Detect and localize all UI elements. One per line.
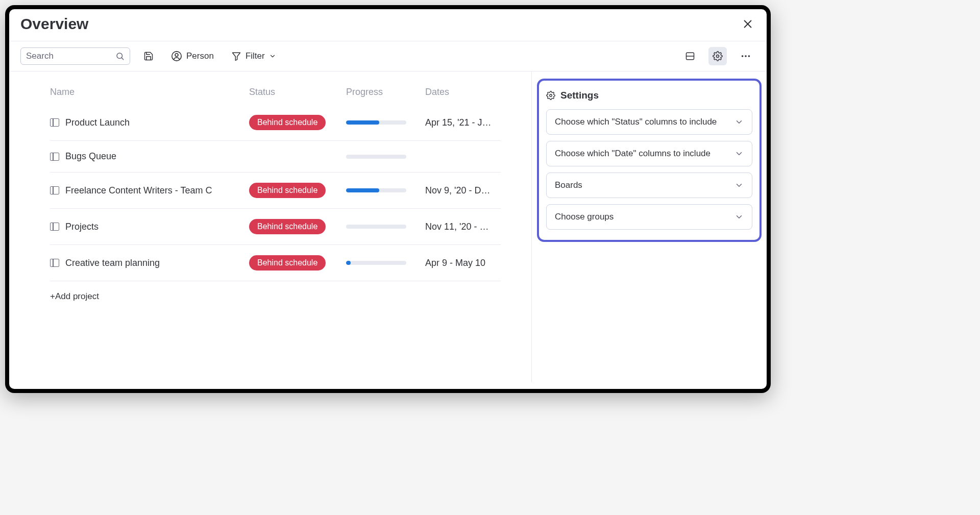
search-input[interactable] [26, 51, 103, 61]
table-row[interactable]: Bugs Queue [50, 141, 501, 173]
settings-item-label: Choose which "Date" columns to include [555, 149, 710, 159]
table-headers: Name Status Progress Dates [50, 78, 501, 105]
content: Name Status Progress Dates Product Launc… [9, 71, 767, 382]
add-project-button[interactable]: +Add project [50, 281, 501, 312]
status-badge: Behind schedule [249, 255, 326, 271]
cell-progress [346, 261, 425, 265]
project-name: Freelance Content Writers - Team C [65, 185, 212, 196]
cell-name: Freelance Content Writers - Team C [50, 185, 249, 196]
settings-item-label: Choose groups [555, 212, 614, 222]
layout-icon [685, 51, 695, 61]
svg-marker-6 [232, 53, 240, 60]
settings-item[interactable]: Choose groups [546, 204, 752, 230]
cell-dates: Nov 9, '20 - Dec… [425, 185, 501, 196]
cell-status: Behind schedule [249, 219, 346, 234]
filter-button[interactable]: Filter [227, 48, 280, 64]
table-row[interactable]: ProjectsBehind scheduleNov 11, '20 - Fe… [50, 209, 501, 245]
cell-progress [346, 155, 425, 159]
cell-name: Bugs Queue [50, 151, 249, 162]
board-icon [50, 186, 59, 194]
chevron-down-icon [734, 117, 744, 127]
settings-item-label: Boards [555, 180, 582, 190]
main-panel: Name Status Progress Dates Product Launc… [9, 71, 532, 382]
settings-item[interactable]: Choose which "Date" columns to include [546, 141, 752, 166]
chevron-down-icon [734, 181, 744, 190]
chevron-down-icon [734, 212, 744, 222]
progress-bar [346, 120, 406, 125]
project-name: Projects [65, 222, 99, 232]
status-badge: Behind schedule [249, 115, 326, 130]
header-progress: Progress [346, 87, 425, 97]
cell-status: Behind schedule [249, 115, 346, 130]
progress-bar [346, 188, 406, 192]
chevron-down-icon [734, 149, 744, 158]
project-name: Product Launch [65, 117, 130, 128]
board-icon [50, 259, 59, 267]
cell-progress [346, 120, 425, 125]
close-button[interactable] [740, 16, 755, 32]
cell-dates: Apr 9 - May 10 [425, 258, 501, 268]
svg-point-10 [742, 55, 744, 57]
svg-point-5 [175, 54, 178, 57]
svg-line-3 [121, 58, 123, 59]
layout-toggle-button[interactable] [681, 47, 699, 65]
save-button[interactable] [139, 47, 158, 65]
dates-text: Apr 9 - May 10 [425, 258, 494, 268]
cell-status: Behind schedule [249, 183, 346, 198]
cell-dates: Nov 11, '20 - Fe… [425, 222, 501, 232]
status-badge: Behind schedule [249, 219, 326, 234]
table-row[interactable]: Product LaunchBehind scheduleApr 15, '21… [50, 105, 501, 141]
svg-point-9 [717, 55, 719, 58]
svg-point-11 [745, 55, 747, 57]
project-name: Bugs Queue [65, 151, 116, 162]
progress-fill [346, 120, 379, 125]
dates-text: Nov 11, '20 - Fe… [425, 222, 494, 232]
header-status: Status [249, 87, 346, 97]
cell-dates: Apr 15, '21 - Ju… [425, 117, 501, 128]
more-icon [740, 51, 751, 62]
save-icon [143, 51, 154, 61]
settings-title: Settings [560, 90, 599, 101]
settings-item[interactable]: Boards [546, 173, 752, 198]
svg-point-12 [748, 55, 750, 57]
search-input-wrap[interactable] [20, 47, 130, 65]
board-icon [50, 118, 59, 127]
cell-progress [346, 188, 425, 192]
project-name: Creative team planning [65, 258, 160, 268]
chevron-down-icon [269, 53, 276, 60]
more-button[interactable] [736, 46, 755, 66]
cell-name: Creative team planning [50, 258, 249, 268]
board-icon [50, 153, 59, 161]
page-title: Overview [20, 15, 88, 33]
progress-bar [346, 261, 406, 265]
board-icon [50, 223, 59, 231]
close-icon [742, 18, 753, 30]
progress-fill [346, 188, 379, 192]
settings-item-label: Choose which "Status" columns to include [555, 117, 717, 127]
status-badge: Behind schedule [249, 183, 326, 198]
cell-name: Product Launch [50, 117, 249, 128]
cell-status: Behind schedule [249, 255, 346, 271]
titlebar: Overview [9, 9, 767, 41]
overview-window: Overview Person Filter [5, 5, 771, 393]
toolbar: Person Filter [9, 41, 767, 71]
progress-fill [346, 261, 351, 265]
settings-item[interactable]: Choose which "Status" columns to include [546, 109, 752, 135]
progress-bar [346, 225, 406, 229]
settings-panel: Settings Choose which "Status" columns t… [532, 71, 767, 382]
dates-text: Apr 15, '21 - Ju… [425, 117, 494, 128]
header-dates: Dates [425, 87, 501, 97]
cell-progress [346, 225, 425, 229]
svg-point-13 [550, 94, 552, 97]
person-icon [171, 51, 182, 62]
person-filter[interactable]: Person [167, 47, 218, 65]
settings-button[interactable] [708, 47, 727, 65]
dates-text: Nov 9, '20 - Dec… [425, 185, 494, 196]
table-row[interactable]: Freelance Content Writers - Team CBehind… [50, 173, 501, 209]
gear-icon [713, 51, 723, 61]
filter-label: Filter [246, 51, 265, 61]
progress-bar [346, 155, 406, 159]
filter-icon [231, 51, 241, 61]
table-row[interactable]: Creative team planningBehind scheduleApr… [50, 245, 501, 281]
settings-box: Settings Choose which "Status" columns t… [537, 79, 762, 242]
